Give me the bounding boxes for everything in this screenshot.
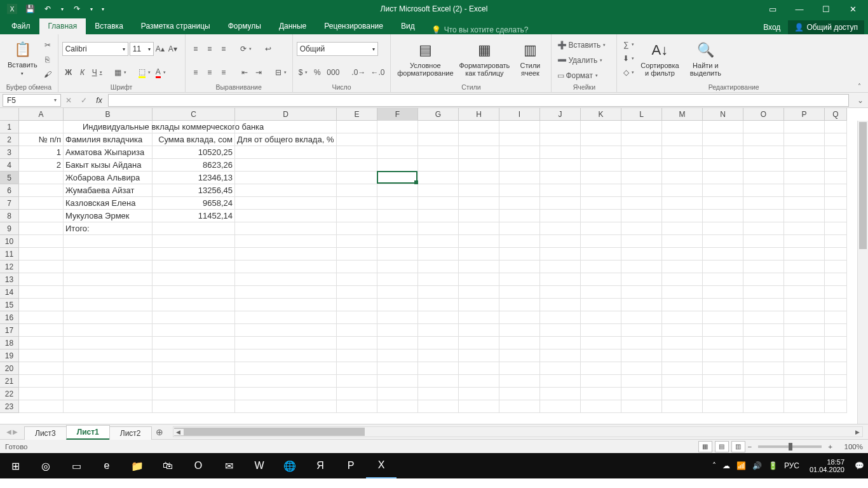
- delete-cells-button[interactable]: ➖Удалить: [555, 54, 613, 67]
- col-header-N[interactable]: N: [703, 108, 743, 121]
- col-header-Q[interactable]: Q: [825, 108, 847, 121]
- cell-M10[interactable]: [662, 235, 703, 248]
- cell-P8[interactable]: [784, 210, 825, 222]
- cell-A5[interactable]: [19, 172, 64, 184]
- cell-Q14[interactable]: [825, 286, 847, 299]
- cell-F1[interactable]: [377, 121, 418, 133]
- cell-E21[interactable]: [337, 375, 377, 388]
- cell-G2[interactable]: [418, 133, 459, 146]
- cell-O6[interactable]: [743, 184, 784, 197]
- cell-F20[interactable]: [377, 362, 418, 375]
- cell-J20[interactable]: [540, 362, 581, 375]
- bold-button[interactable]: Ж: [62, 66, 75, 79]
- align-bottom-button[interactable]: ≡: [217, 43, 230, 55]
- cell-I22[interactable]: [499, 388, 540, 400]
- cell-A12[interactable]: [19, 261, 64, 273]
- cell-L22[interactable]: [621, 388, 662, 400]
- cell-K3[interactable]: [581, 146, 621, 159]
- taskbar-app-1[interactable]: ◎: [31, 453, 61, 478]
- cell-N11[interactable]: [703, 248, 743, 261]
- cell-O17[interactable]: [743, 324, 784, 337]
- cell-A11[interactable]: [19, 248, 64, 261]
- cell-A13[interactable]: [19, 273, 64, 286]
- cell-C1[interactable]: [153, 121, 235, 133]
- cell-H4[interactable]: [459, 159, 499, 172]
- cell-F12[interactable]: [377, 261, 418, 273]
- cell-M7[interactable]: [662, 197, 703, 210]
- normal-view-button[interactable]: ▦: [698, 441, 712, 452]
- cell-E22[interactable]: [337, 388, 377, 400]
- format-as-table-button[interactable]: ▦Форматировать как таблицу: [456, 36, 513, 81]
- cell-C19[interactable]: [153, 349, 235, 362]
- row-header-6[interactable]: 6: [0, 184, 18, 197]
- align-center-button[interactable]: ≡: [203, 66, 216, 79]
- merge-button[interactable]: ⊟: [273, 66, 288, 79]
- taskbar-app-4[interactable]: 📁: [122, 453, 153, 478]
- cell-P23[interactable]: [784, 400, 825, 413]
- close-button[interactable]: ✕: [840, 0, 865, 18]
- volume-icon[interactable]: 🔊: [752, 461, 762, 470]
- taskbar-app-12[interactable]: X: [366, 453, 397, 478]
- cell-P9[interactable]: [784, 222, 825, 235]
- cell-C13[interactable]: [153, 273, 235, 286]
- cell-D5[interactable]: [235, 172, 337, 184]
- cell-I13[interactable]: [499, 273, 540, 286]
- cell-D16[interactable]: [235, 311, 337, 324]
- cell-I2[interactable]: [499, 133, 540, 146]
- cell-K10[interactable]: [581, 235, 621, 248]
- row-header-19[interactable]: 19: [0, 349, 18, 362]
- cell-H10[interactable]: [459, 235, 499, 248]
- h-scroll-right[interactable]: ▶: [852, 429, 862, 435]
- cell-M11[interactable]: [662, 248, 703, 261]
- cell-L13[interactable]: [621, 273, 662, 286]
- cell-I6[interactable]: [499, 184, 540, 197]
- cell-M17[interactable]: [662, 324, 703, 337]
- row-header-10[interactable]: 10: [0, 235, 18, 248]
- cell-E3[interactable]: [337, 146, 377, 159]
- cell-M14[interactable]: [662, 286, 703, 299]
- cell-I14[interactable]: [499, 286, 540, 299]
- tab-insert[interactable]: Вставка: [86, 18, 132, 34]
- row-header-15[interactable]: 15: [0, 299, 18, 311]
- cell-A14[interactable]: [19, 286, 64, 299]
- cell-P17[interactable]: [784, 324, 825, 337]
- cell-K9[interactable]: [581, 222, 621, 235]
- cell-D19[interactable]: [235, 349, 337, 362]
- tab-data[interactable]: Данные: [270, 18, 315, 34]
- cell-M12[interactable]: [662, 261, 703, 273]
- cell-G16[interactable]: [418, 311, 459, 324]
- cell-G14[interactable]: [418, 286, 459, 299]
- cell-O20[interactable]: [743, 362, 784, 375]
- cell-G4[interactable]: [418, 159, 459, 172]
- cancel-formula-button[interactable]: ✕: [61, 94, 76, 107]
- cell-J10[interactable]: [540, 235, 581, 248]
- cell-I18[interactable]: [499, 337, 540, 349]
- col-header-D[interactable]: D: [235, 108, 337, 121]
- cell-B22[interactable]: [64, 388, 153, 400]
- cell-I7[interactable]: [499, 197, 540, 210]
- cell-G10[interactable]: [418, 235, 459, 248]
- cell-F4[interactable]: [377, 159, 418, 172]
- increase-decimal-button[interactable]: .0→: [349, 66, 367, 79]
- cell-O1[interactable]: [743, 121, 784, 133]
- cell-I8[interactable]: [499, 210, 540, 222]
- cell-N10[interactable]: [703, 235, 743, 248]
- cell-N1[interactable]: [703, 121, 743, 133]
- cell-I4[interactable]: [499, 159, 540, 172]
- taskbar-app-10[interactable]: Я: [305, 453, 336, 478]
- cell-C9[interactable]: [153, 222, 235, 235]
- cell-K5[interactable]: [581, 172, 621, 184]
- row-header-8[interactable]: 8: [0, 210, 18, 222]
- cell-D14[interactable]: [235, 286, 337, 299]
- cell-J17[interactable]: [540, 324, 581, 337]
- taskbar-app-11[interactable]: P: [336, 453, 366, 478]
- cell-H2[interactable]: [459, 133, 499, 146]
- cell-B2[interactable]: Фамилия вкладчика: [64, 133, 153, 146]
- cell-O23[interactable]: [743, 400, 784, 413]
- cell-J21[interactable]: [540, 375, 581, 388]
- column-headers[interactable]: ABCDEFGHIJKLMNOPQ: [19, 108, 847, 121]
- copy-button[interactable]: ⎘: [41, 53, 54, 66]
- col-header-B[interactable]: B: [64, 108, 153, 121]
- cell-A3[interactable]: 1: [19, 146, 64, 159]
- taskbar-app-8[interactable]: W: [244, 453, 275, 478]
